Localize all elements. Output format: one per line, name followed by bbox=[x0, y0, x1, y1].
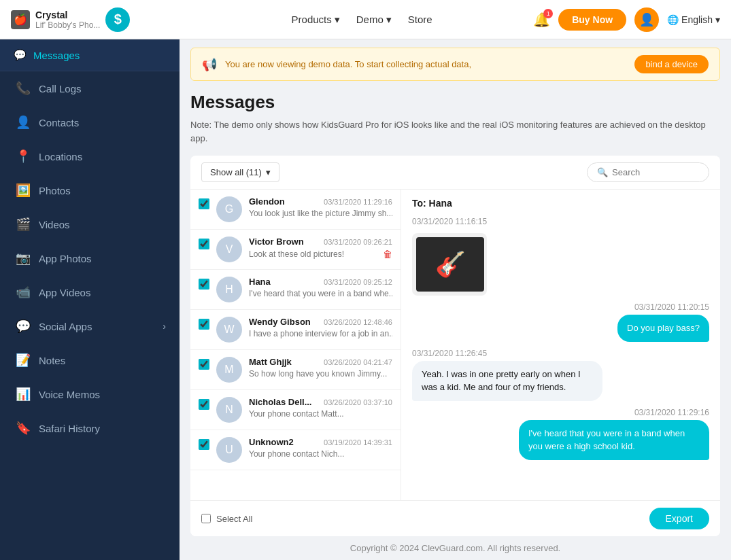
message-preview: I have a phone interview for a job in an… bbox=[249, 329, 392, 338]
sidebar-item-videos[interactable]: 🎬 Videos bbox=[0, 207, 180, 241]
messages-icon: 💬 bbox=[14, 49, 27, 61]
footer: Copyright © 2024 ClevGuard.com. All righ… bbox=[190, 536, 720, 560]
export-button[interactable]: Export bbox=[649, 508, 709, 529]
page-note: Note: The demo only shows how KidsGuard … bbox=[190, 118, 720, 145]
message-checkbox[interactable] bbox=[199, 359, 209, 370]
sidebar-item-messages[interactable]: 💬 Messages bbox=[0, 39, 180, 71]
sidebar-item-safari-history[interactable]: 🔖 Safari History bbox=[0, 411, 180, 445]
nav-store[interactable]: Store bbox=[408, 14, 432, 25]
sidebar-item-notes[interactable]: 📝 Notes bbox=[0, 343, 180, 377]
outgoing-message-2: 03/31/2020 11:29:16 I've heard that you … bbox=[412, 408, 709, 460]
incoming-bubble-1: Yeah. I was in one pretty early on when … bbox=[412, 361, 602, 401]
bind-device-button[interactable]: bind a device bbox=[634, 55, 709, 73]
message-time: 03/31/2020 09:25:12 bbox=[324, 278, 392, 286]
apple-icon: 🍎 bbox=[11, 10, 30, 29]
message-body: Unknown2 03/19/2020 14:39:31 Your phone … bbox=[249, 437, 392, 459]
app-photos-label: App Photos bbox=[39, 253, 166, 264]
outgoing-timestamp-2: 03/31/2020 11:29:16 bbox=[634, 408, 709, 417]
sidebar-item-social-apps[interactable]: 💬 Social Apps › bbox=[0, 309, 180, 343]
search-box[interactable]: 🔍 bbox=[587, 162, 709, 182]
incoming-message-1: 03/31/2020 11:26:45 Yeah. I was in one p… bbox=[412, 349, 709, 401]
message-body: Wendy Gibson 03/26/2020 12:48:46 I have … bbox=[249, 317, 392, 338]
sidebar-item-contacts[interactable]: 👤 Contacts bbox=[0, 105, 180, 139]
delete-icon[interactable]: 🗑 bbox=[383, 249, 392, 260]
photos-icon: 🖼️ bbox=[16, 183, 31, 198]
nav-products[interactable]: Products ▾ bbox=[292, 14, 340, 26]
sidebar: 💬 Messages 📞 Call Logs 👤 Contacts 📍 Loca… bbox=[0, 39, 180, 560]
locations-icon: 📍 bbox=[16, 149, 31, 164]
sidebar-item-locations[interactable]: 📍 Locations bbox=[0, 139, 180, 173]
outgoing-bubble-1: Do you play bass? bbox=[617, 315, 709, 342]
message-time: 03/26/2020 03:37:10 bbox=[324, 398, 392, 406]
sender-name: Matt Ghjjk bbox=[249, 357, 292, 367]
user-button[interactable]: 👤 bbox=[634, 7, 659, 32]
filter-select[interactable]: Show all (11) ▾ bbox=[201, 162, 279, 182]
sender-name: Nicholas Dell... bbox=[249, 397, 311, 407]
search-input[interactable] bbox=[612, 167, 694, 177]
sender-name: Victor Brown bbox=[249, 237, 304, 247]
call-logs-icon: 📞 bbox=[16, 81, 31, 96]
sidebar-item-call-logs[interactable]: 📞 Call Logs bbox=[0, 71, 180, 105]
message-body: Glendon 03/31/2020 11:29:16 You look jus… bbox=[249, 196, 392, 218]
topnav-left: 🍎 Crystal Lif' Bobby's Pho... $ bbox=[11, 7, 190, 32]
filter-label: Show all (11) bbox=[210, 167, 262, 177]
voice-memos-icon: 📊 bbox=[16, 387, 31, 402]
sender-name: Wendy Gibson bbox=[249, 317, 311, 327]
sidebar-item-photos[interactable]: 🖼️ Photos bbox=[0, 173, 180, 207]
alert-text: You are now viewing demo data. To start … bbox=[225, 59, 626, 69]
photos-label: Photos bbox=[39, 185, 166, 196]
message-checkbox[interactable] bbox=[199, 198, 209, 209]
sender-name: Glendon bbox=[249, 196, 285, 207]
notes-icon: 📝 bbox=[16, 353, 31, 368]
social-apps-arrow: › bbox=[163, 321, 166, 332]
message-checkbox[interactable] bbox=[199, 399, 209, 410]
select-all-label: Select All bbox=[216, 514, 252, 524]
content-area: 📢 You are now viewing demo data. To star… bbox=[180, 39, 731, 560]
list-item[interactable]: M Matt Ghjjk 03/26/2020 04:21:47 So how … bbox=[190, 350, 401, 390]
sidebar-item-app-videos[interactable]: 📹 App Videos bbox=[0, 275, 180, 309]
list-item[interactable]: U Unknown2 03/19/2020 14:39:31 Your phon… bbox=[190, 430, 401, 470]
app-videos-label: App Videos bbox=[39, 287, 166, 298]
list-item[interactable]: H Hana 03/31/2020 09:25:12 I've heard th… bbox=[190, 270, 401, 310]
message-checkbox[interactable] bbox=[199, 439, 209, 450]
select-all-control[interactable]: Select All bbox=[201, 514, 252, 524]
language-selector[interactable]: 🌐 English ▾ bbox=[667, 14, 720, 25]
avatar: M bbox=[216, 357, 242, 383]
message-checkbox[interactable] bbox=[199, 319, 209, 330]
message-checkbox[interactable] bbox=[199, 279, 209, 290]
message-time: 03/31/2020 11:29:16 bbox=[324, 198, 392, 206]
messages-toolbar: Show all (11) ▾ 🔍 bbox=[190, 156, 720, 190]
message-checkbox[interactable] bbox=[199, 239, 209, 249]
conversation-recipient: To: Hana bbox=[412, 198, 709, 209]
sidebar-item-app-photos[interactable]: 📷 App Photos bbox=[0, 241, 180, 275]
sidebar-item-voice-memos[interactable]: 📊 Voice Memos bbox=[0, 377, 180, 411]
page-inner: Messages Note: The demo only shows how K… bbox=[180, 81, 731, 560]
buy-now-button[interactable]: Buy Now bbox=[558, 9, 626, 31]
crystal-icon: $ bbox=[105, 7, 130, 32]
brand-sub: Lif' Bobby's Pho... bbox=[35, 20, 100, 30]
bell-button[interactable]: 🔔 1 bbox=[533, 12, 550, 28]
message-body: Matt Ghjjk 03/26/2020 04:21:47 So how lo… bbox=[249, 357, 392, 379]
list-item[interactable]: V Victor Brown 03/31/2020 09:26:21 Look … bbox=[190, 230, 401, 270]
main-layout: 💬 Messages 📞 Call Logs 👤 Contacts 📍 Loca… bbox=[0, 39, 731, 560]
list-item[interactable]: G Glendon 03/31/2020 11:29:16 You look j… bbox=[190, 190, 401, 230]
message-time: 03/26/2020 04:21:47 bbox=[324, 358, 392, 366]
topnav: 🍎 Crystal Lif' Bobby's Pho... $ Products… bbox=[0, 0, 731, 39]
locations-label: Locations bbox=[39, 151, 166, 162]
social-apps-label: Social Apps bbox=[39, 321, 154, 332]
select-all-checkbox[interactable] bbox=[201, 514, 211, 523]
messages-label: Messages bbox=[33, 50, 80, 61]
notes-label: Notes bbox=[39, 355, 166, 366]
videos-label: Videos bbox=[39, 219, 166, 230]
message-body: Victor Brown 03/31/2020 09:26:21 Look at… bbox=[249, 237, 392, 260]
filter-arrow-icon: ▾ bbox=[266, 167, 271, 177]
nav-demo[interactable]: Demo ▾ bbox=[356, 14, 392, 26]
voice-memos-label: Voice Memos bbox=[39, 389, 166, 400]
contacts-icon: 👤 bbox=[16, 115, 31, 130]
message-body: Hana 03/31/2020 09:25:12 I've heard that… bbox=[249, 277, 392, 298]
avatar: W bbox=[216, 317, 242, 343]
list-item[interactable]: N Nicholas Dell... 03/26/2020 03:37:10 Y… bbox=[190, 390, 401, 430]
list-item[interactable]: W Wendy Gibson 03/26/2020 12:48:46 I hav… bbox=[190, 310, 401, 350]
message-time: 03/26/2020 12:48:46 bbox=[324, 318, 392, 326]
avatar: V bbox=[216, 237, 242, 262]
